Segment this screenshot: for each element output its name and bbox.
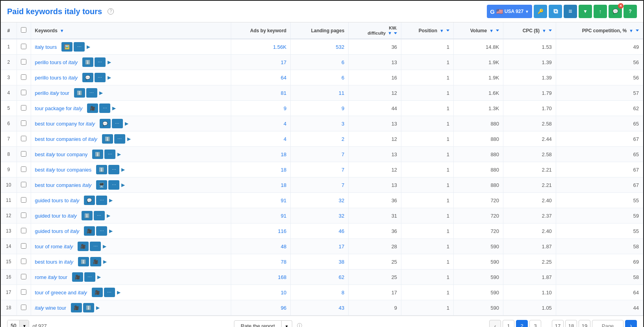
keyword-link[interactable]: italy [46, 167, 55, 173]
keyword-link[interactable]: italy [82, 182, 91, 188]
help-button[interactable]: ? [624, 5, 637, 18]
row-landing[interactable]: 32 [291, 193, 349, 208]
row-ads[interactable]: 1.56K [231, 39, 290, 55]
keyword-info-button[interactable]: 🎥 [87, 103, 98, 113]
keyword-link[interactable]: italy [73, 105, 82, 111]
keyword-more-button[interactable]: ⋯ [112, 119, 123, 128]
keyword-expand-arrow[interactable]: ▶ [109, 228, 113, 234]
keyword-link[interactable]: guided tours to [35, 198, 71, 203]
row-ads[interactable]: 96 [231, 300, 290, 316]
row-checkbox[interactable] [21, 228, 26, 233]
keyword-expand-arrow[interactable]: ▶ [117, 151, 121, 157]
rate-info-icon[interactable]: ⓘ [297, 322, 302, 327]
row-ads[interactable]: 91 [231, 208, 290, 224]
keyword-more-button[interactable]: ⋯ [74, 42, 85, 52]
message-button[interactable]: 💬 ✕ [609, 5, 622, 18]
keyword-link[interactable]: rome [35, 274, 48, 280]
row-checkbox[interactable] [21, 289, 26, 295]
row-landing[interactable]: 11 [291, 85, 349, 101]
keyword-link[interactable]: guided tour to [35, 213, 68, 219]
keyword-more-button[interactable]: ⋯ [94, 211, 105, 220]
filter-button[interactable]: ▼ [579, 5, 592, 18]
keyword-link[interactable]: italy [70, 228, 79, 234]
keyword-link[interactable]: italy [78, 290, 87, 296]
row-ads[interactable]: 9 [231, 101, 290, 116]
keyword-expand-arrow[interactable]: ▶ [127, 136, 131, 142]
keyword-link[interactable]: best tour companies [35, 182, 83, 188]
row-checkbox[interactable] [21, 90, 26, 95]
row-landing[interactable]: 6 [291, 55, 349, 70]
keyword-expand-arrow[interactable]: ▶ [109, 198, 113, 203]
position-filter-icon[interactable]: ▼ [440, 28, 444, 33]
row-checkbox[interactable] [21, 120, 26, 126]
google-country-button[interactable]: G 🇺🇸 USA 927 ▼ [487, 5, 532, 18]
row-landing[interactable]: 2 [291, 131, 349, 147]
page-19-button[interactable]: 19 [579, 320, 590, 327]
keyword-link[interactable]: italy [86, 121, 95, 127]
keyword-expand-arrow[interactable]: ▶ [108, 59, 111, 65]
keyword-expand-arrow[interactable]: ▶ [112, 105, 116, 111]
row-landing[interactable]: 6 [291, 70, 349, 85]
row-checkbox[interactable] [21, 166, 26, 172]
row-checkbox[interactable] [21, 59, 26, 65]
row-ads[interactable]: 64 [231, 70, 290, 85]
row-landing[interactable]: 8 [291, 285, 349, 300]
keyword-expand-arrow[interactable]: ▶ [107, 213, 110, 218]
row-ads[interactable]: 4 [231, 116, 290, 131]
keyword-more-button[interactable]: ⋯ [104, 288, 115, 297]
keyword-link[interactable]: italy [69, 59, 78, 65]
keyword-info-button[interactable]: ℹ️ [78, 257, 89, 266]
keyword-link[interactable]: italy [68, 213, 77, 219]
keyword-link[interactable]: italy [88, 136, 97, 142]
page-18-button[interactable]: 18 [565, 320, 577, 327]
keyword-link[interactable]: tour of rome [35, 244, 64, 249]
row-checkbox[interactable] [21, 305, 26, 310]
keyword-info-button[interactable]: ℹ️ [74, 88, 85, 98]
keyword-expand-arrow[interactable]: ▶ [87, 44, 90, 50]
row-checkbox[interactable] [21, 105, 26, 111]
volume-sort-icon[interactable] [496, 30, 499, 31]
row-landing[interactable]: 7 [291, 147, 349, 162]
row-ads[interactable]: 18 [231, 177, 290, 193]
keyword-expand-arrow[interactable]: ▶ [103, 259, 107, 264]
export-button[interactable]: ↑ [594, 5, 607, 18]
keyword-info-button[interactable]: 🎥 [92, 288, 103, 297]
row-checkbox[interactable] [21, 44, 26, 49]
row-checkbox[interactable] [21, 212, 26, 218]
row-ads[interactable]: 18 [231, 162, 290, 177]
row-ads[interactable]: 116 [231, 224, 290, 239]
keyword-more-button[interactable]: ⋯ [90, 242, 101, 251]
keyword-link[interactable]: perillo tours to [35, 75, 69, 81]
row-landing[interactable]: 62 [291, 270, 349, 285]
row-landing[interactable]: 7 [291, 162, 349, 177]
rate-report-dropdown[interactable]: ▼ [282, 320, 292, 327]
rate-report-button[interactable]: Rate the report [234, 320, 282, 327]
keyword-link[interactable]: italy [50, 90, 59, 96]
row-ads[interactable]: 17 [231, 55, 290, 70]
row-landing[interactable]: 17 [291, 239, 349, 254]
keyword-info-button[interactable]: 🎥 [78, 242, 89, 251]
per-page-dropdown-arrow[interactable]: ▼ [19, 320, 29, 327]
keyword-more-button[interactable]: ⋯ [114, 134, 125, 144]
keyword-info-button[interactable]: ℹ️ [96, 165, 107, 174]
row-checkbox[interactable] [21, 274, 26, 279]
keyword-expand-arrow[interactable]: ▶ [125, 121, 128, 126]
row-landing[interactable]: 9 [291, 101, 349, 116]
keyword-link[interactable]: italy [69, 75, 78, 81]
keyword-link[interactable]: wine tour [44, 305, 66, 311]
keyword-expand-arrow[interactable]: ▶ [96, 305, 100, 310]
row-ads[interactable]: 91 [231, 193, 290, 208]
row-landing[interactable]: 532 [291, 39, 349, 55]
kw-difficulty-filter-icon[interactable]: ▼ [388, 31, 392, 35]
keyword-expand-arrow[interactable]: ▶ [103, 244, 106, 249]
list-button[interactable]: ≡ [564, 5, 577, 18]
keyword-link[interactable]: italy [35, 305, 44, 311]
keyword-more-button[interactable]: ⋯ [84, 272, 95, 282]
row-landing[interactable]: 46 [291, 224, 349, 239]
row-ads[interactable]: 18 [231, 147, 290, 162]
keyword-link[interactable]: tour company [55, 151, 87, 157]
keyword-link[interactable]: italy [70, 198, 79, 203]
keyword-info-button[interactable]: 🖥️ [96, 180, 107, 190]
keyword-info-button[interactable]: 🎥 [71, 303, 82, 312]
keyword-link[interactable]: best tour companies of [35, 136, 88, 142]
